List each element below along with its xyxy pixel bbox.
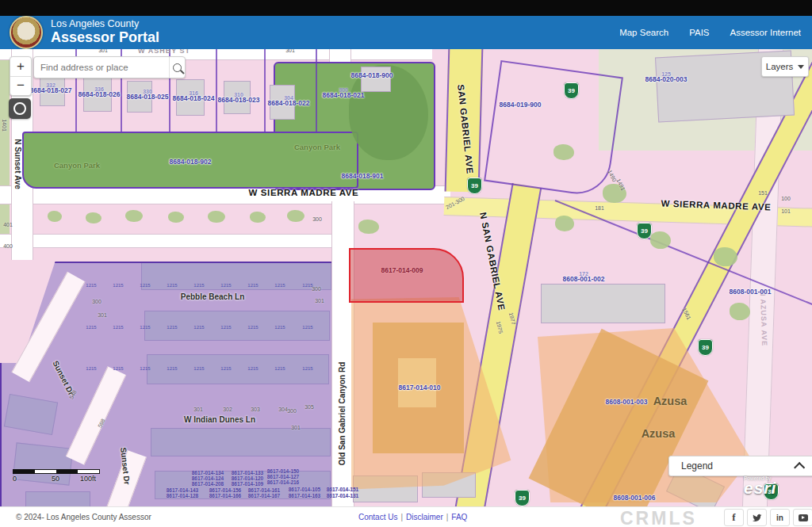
chevron-up-icon[interactable] <box>794 462 805 473</box>
nav-map-search[interactable]: Map Search <box>619 28 668 37</box>
tree <box>287 210 304 222</box>
locate-icon <box>13 102 26 115</box>
map-label: Azusa <box>653 395 688 407</box>
youtube-icon <box>799 514 808 521</box>
map-label: 301 <box>98 312 107 318</box>
map-label: 8617-014-124 <box>192 475 224 481</box>
search-icon <box>173 63 182 72</box>
linkedin-icon: in <box>776 514 783 522</box>
zoom-control: + − <box>10 56 32 96</box>
map-label: 8617-014-156 <box>209 487 241 493</box>
map-label: 301 <box>193 407 203 412</box>
legend-bar[interactable]: Legend <box>668 456 812 476</box>
road-unnamed-horizontal <box>0 234 350 248</box>
building-8608-001-002 <box>541 284 665 323</box>
linkedin-button[interactable]: in <box>770 509 790 526</box>
map-label: 8617-014-010 <box>399 384 441 391</box>
tree <box>553 144 574 160</box>
map-label: 1215 <box>302 325 312 330</box>
map-label: 1215 <box>140 366 150 371</box>
map-label: 1215 <box>113 325 123 330</box>
disclaimer-link[interactable]: Disclaimer <box>406 513 443 521</box>
map-label: 8617-014-167 <box>248 493 280 498</box>
map-label: 151 <box>758 190 768 196</box>
map-label: Azusa <box>642 427 676 440</box>
route-39-shield: 39 <box>637 223 652 239</box>
map-label: 400 <box>3 243 13 249</box>
map-label: 1215 <box>167 325 177 330</box>
search-button[interactable] <box>169 57 185 78</box>
map-label: 1215 <box>86 325 96 330</box>
parcel-outline-8684-019-900[interactable] <box>484 60 623 198</box>
route-39-shield: 39 <box>467 178 482 194</box>
selected-parcel-8617-014-009[interactable] <box>349 248 464 303</box>
map-canvas[interactable]: 393939393939 W ASHBY ST301301W SIERRA MA… <box>0 49 812 506</box>
layers-button[interactable]: Layers <box>761 56 809 77</box>
map-label: 8617-014-120 <box>232 475 263 481</box>
building-courtyard <box>398 358 436 407</box>
parcel-line <box>264 49 266 132</box>
route-39-shield: 39 <box>564 82 579 99</box>
map-label: W ASHBY ST <box>138 49 190 55</box>
faq-link[interactable]: FAQ <box>451 513 467 521</box>
nav-pais[interactable]: PAIS <box>689 28 709 37</box>
map-label: 1215 <box>220 325 231 330</box>
map-label: N Sunset Ave <box>13 139 22 189</box>
map-label: 1215 <box>274 325 285 330</box>
map-label: 401 <box>3 222 13 227</box>
map-label: 8617-014-128 <box>167 493 198 498</box>
map-label: Canyon Park <box>294 143 340 151</box>
map-label: W SIERRA MADRE AVE <box>249 188 359 197</box>
header-nav: Map Search PAIS Assessor Internet <box>619 28 801 37</box>
map-label: 1215 <box>274 366 285 371</box>
map-label: 8617-014-150 <box>267 468 299 474</box>
map-label: 100 <box>781 196 791 201</box>
route-39-shield: 39 <box>515 490 530 506</box>
map-label: 1215 <box>274 283 285 288</box>
app-header: Los Angeles County Assessor Portal Map S… <box>0 16 812 49</box>
map-label: 1215 <box>302 283 312 288</box>
map-label: 8617-014-134 <box>192 470 224 475</box>
map-label: 1215 <box>220 283 231 288</box>
map-label: 1215 <box>302 366 312 371</box>
map-label: 8684-018-900 <box>351 71 393 79</box>
map-label: 8617-014-163 <box>289 493 320 498</box>
locate-button[interactable] <box>9 98 31 119</box>
greenery-strip <box>0 49 10 247</box>
esri-logo: esri <box>744 481 776 496</box>
zoom-out-button[interactable]: − <box>10 77 31 96</box>
map-label: 304 <box>278 407 288 412</box>
link-separator: | <box>446 513 449 521</box>
map-label: 1215 <box>247 325 258 330</box>
map-label: 301 <box>291 425 301 430</box>
nav-assessor-internet[interactable]: Assessor Internet <box>730 28 801 37</box>
zoom-in-button[interactable]: + <box>10 57 31 77</box>
facebook-button[interactable]: f <box>724 509 744 526</box>
search-box <box>33 56 186 78</box>
contact-us-link[interactable]: Contact Us <box>358 513 397 521</box>
map-label: 1215 <box>220 366 231 371</box>
map-label: 1215 <box>113 283 123 288</box>
tree <box>86 212 102 223</box>
map-label: 8684-018-901 <box>342 172 384 180</box>
scale-bar-graphic <box>13 469 100 474</box>
crmls-watermark: CRMLS <box>620 508 697 527</box>
map-label: 1215 <box>140 283 150 288</box>
map-label: 8684-018-021 <box>323 91 365 99</box>
tree <box>555 216 574 231</box>
tree <box>250 212 266 223</box>
map-label: 8617-014-151 <box>327 487 358 492</box>
map-label: 1215 <box>86 366 96 371</box>
map-label: 8617-014-216 <box>267 479 299 485</box>
twitter-button[interactable] <box>747 509 767 526</box>
map-label: 181 <box>595 205 604 211</box>
map-label: 1215 <box>86 283 96 288</box>
tree <box>358 220 379 234</box>
youtube-button[interactable] <box>793 509 812 526</box>
tree <box>125 210 143 222</box>
search-input[interactable] <box>34 63 169 72</box>
social-buttons: f in <box>724 509 812 526</box>
map-label: 1215 <box>113 366 123 371</box>
portal-title: Assessor Portal <box>51 30 159 46</box>
tree <box>730 303 750 320</box>
